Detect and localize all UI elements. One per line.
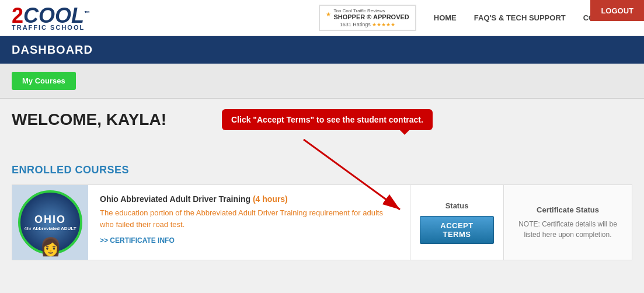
shopper-approved: SHOPPER ® APPROVED xyxy=(333,13,409,20)
dashboard-title: DASHBOARD xyxy=(12,43,93,56)
header: 2COOL™ TRAFFIC SCHOOL ★ Too Cool Traffic… xyxy=(0,0,644,36)
cert-status-note: NOTE: Certificate details will be listed… xyxy=(513,219,622,240)
course-status-column: Status ACCEPT TERMS xyxy=(410,185,503,260)
course-image: OHIO 4hr Abbreviated ADULT 👩 xyxy=(12,185,88,260)
main-content: WELCOME, KAYLA! Click "Accept Terms" to … xyxy=(0,99,644,272)
ohio-badge: OHIO 4hr Abbreviated ADULT 👩 xyxy=(18,190,82,254)
logo-sub: TRAFFIC SCHOOL xyxy=(12,24,90,31)
star-icon: ★ xyxy=(326,11,331,18)
enrolled-heading: ENROLLED COURSES xyxy=(12,164,632,176)
shopper-stars: ★★★★★ xyxy=(372,22,395,27)
cert-status-label: Certificate Status xyxy=(537,205,599,214)
shopper-badge: ★ Too Cool Traffic Reviews SHOPPER ® APP… xyxy=(319,5,416,31)
status-label: Status xyxy=(445,201,469,210)
course-title: Ohio Abbreviated Adult Driver Training (… xyxy=(100,194,398,204)
my-courses-button[interactable]: My Courses xyxy=(12,72,76,90)
course-hours: (4 hours) xyxy=(253,194,288,204)
dashboard-bar: DASHBOARD xyxy=(0,36,644,64)
shopper-ratings-count: 1631 Ratings xyxy=(340,22,371,27)
accept-terms-button[interactable]: ACCEPT TERMS xyxy=(420,216,494,244)
shopper-title: Too Cool Traffic Reviews xyxy=(333,8,409,13)
cert-info-link[interactable]: >> CERTIFICATE INFO xyxy=(100,236,175,245)
logout-button[interactable]: LOGOUT xyxy=(590,0,644,21)
course-description: The education portion of the Abbreviated… xyxy=(100,207,398,230)
course-info: Ohio Abbreviated Adult Driver Training (… xyxy=(88,185,410,260)
ohio-label: OHIO xyxy=(34,214,66,226)
cert-status-column: Certificate Status NOTE: Certificate det… xyxy=(503,185,632,260)
nav-faq[interactable]: FAQ'S & TECH SUPPORT xyxy=(474,13,566,22)
my-courses-section: My Courses xyxy=(0,64,644,99)
course-card: OHIO 4hr Abbreviated ADULT 👩 Ohio Abbrev… xyxy=(12,184,632,260)
ohio-sub: 4hr Abbreviated ADULT xyxy=(24,226,76,232)
logo: 2COOL™ TRAFFIC SCHOOL xyxy=(12,5,90,31)
nav-home[interactable]: HOME xyxy=(434,13,457,22)
tooltip-balloon: Click "Accept Terms" to see the student … xyxy=(222,109,433,130)
logo-tm: ™ xyxy=(84,10,90,16)
